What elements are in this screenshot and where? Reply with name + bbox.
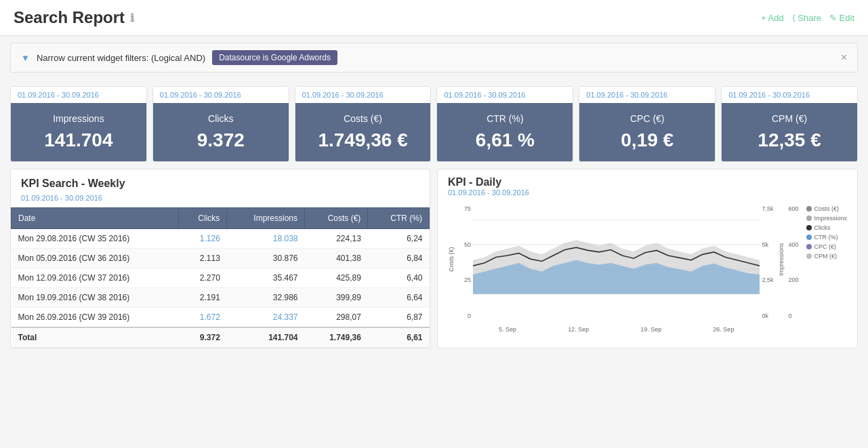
table-cell-0-2: 18.038 — [227, 229, 305, 249]
legend-dot — [806, 235, 812, 240]
y-axis-right-label: Impressions — [778, 202, 785, 317]
legend-dot — [806, 244, 812, 249]
y-left-label: 25 — [456, 277, 471, 283]
info-icon[interactable]: ℹ — [130, 12, 134, 24]
legend-label: CPC (€) — [814, 243, 836, 250]
chart-date: 01.09.2016 - 30.09.2016 — [448, 188, 847, 197]
kpi-card-date-5: 01.09.2016 - 30.09.2016 — [722, 87, 857, 103]
kpi-card-label-3: CTR (%) — [444, 113, 566, 124]
legend-dot — [806, 206, 812, 211]
y-right-label: 2,5k — [762, 277, 777, 283]
total-cell-1: 9.372 — [179, 327, 227, 348]
legend-label: Impressions — [814, 215, 847, 222]
kpi-card-4: 01.09.2016 - 30.09.2016 CPC (€) 0,19 € — [579, 86, 716, 162]
svg-marker-5 — [473, 260, 760, 294]
table-cell-2-2: 35.467 — [227, 268, 305, 288]
table-cell-2-3: 425,89 — [305, 268, 368, 288]
table-cell-2-4: 6,40 — [368, 268, 430, 288]
table-cell-1-1: 2.113 — [179, 249, 227, 268]
table-cell-1-2: 30.876 — [227, 249, 305, 268]
y-right-label: 7,5k — [762, 205, 777, 212]
kpi-card-date-0: 01.09.2016 - 30.09.2016 — [11, 87, 146, 103]
y-axis-left-label: Costs (€) — [448, 202, 455, 317]
legend-label: CPM (€) — [814, 253, 837, 260]
kpi-table: DateClicksImpressionsCosts (€)CTR (%) Mo… — [11, 207, 430, 348]
filter-label: Narrow current widget filters: — [37, 53, 148, 63]
table-cell-3-1: 2.191 — [179, 288, 227, 308]
add-button[interactable]: + Add — [761, 13, 784, 23]
x-label: 12. Sep — [568, 326, 589, 333]
kpi-card-label-5: CPM (€) — [728, 113, 850, 124]
table-row-4: Mon 26.09.2016 (CW 39 2016)1.67224.33729… — [12, 308, 430, 328]
chart-svg — [473, 202, 760, 324]
total-cell-3: 1.749,36 — [305, 327, 368, 348]
table-cell-2-1: 2.270 — [179, 268, 227, 288]
table-cell-1-0: Mon 05.09.2016 (CW 36 2016) — [12, 249, 179, 268]
table-date: 01.09.2016 - 30.09.2016 — [11, 192, 430, 207]
table-cell-0-3: 224,13 — [305, 229, 368, 249]
kpi-table-panel: KPI Search - Weekly 01.09.2016 - 30.09.2… — [10, 169, 430, 348]
table-cell-3-3: 399,89 — [305, 288, 368, 308]
table-row-1: Mon 05.09.2016 (CW 36 2016)2.11330.87640… — [12, 249, 430, 268]
main-content: KPI Search - Weekly 01.09.2016 - 30.09.2… — [0, 169, 868, 359]
chart-title: KPI - Daily — [448, 176, 847, 188]
total-cell-0: Total — [12, 327, 179, 348]
table-row-0: Mon 29.08.2016 (CW 35 2016)1.12618.03822… — [12, 229, 430, 249]
table-total-row: Total9.372141.7041.749,366,61 — [12, 327, 430, 348]
kpi-card-value-2: 1.749,36 € — [302, 129, 424, 151]
kpi-card-value-1: 9.372 — [160, 129, 282, 151]
table-cell-4-0: Mon 26.09.2016 (CW 39 2016) — [12, 308, 179, 328]
legend-dot — [806, 216, 812, 221]
chart-area: KPI - Daily 01.09.2016 - 30.09.2016 Cost… — [438, 169, 857, 340]
y-left-label: 50 — [456, 241, 471, 248]
y-right2-label: 0 — [788, 312, 803, 319]
legend-dot — [806, 225, 812, 230]
chart-legend: Costs (€)ImpressionsClicksCTR (%)CPC (€)… — [803, 202, 847, 333]
table-title: KPI Search - Weekly — [11, 169, 430, 192]
kpi-cards: 01.09.2016 - 30.09.2016 Impressions 141.… — [10, 86, 858, 162]
table-row-2: Mon 12.09.2016 (CW 37 2016)2.27035.46742… — [12, 268, 430, 288]
total-cell-4: 6,61 — [368, 327, 430, 348]
edit-button[interactable]: ✎ Edit — [829, 13, 854, 23]
page-header: Search Report ℹ + Add ⟨ Share ✎ Edit — [0, 0, 868, 36]
y-right2-label: 400 — [788, 241, 803, 248]
kpi-card-date-4: 01.09.2016 - 30.09.2016 — [579, 87, 715, 103]
y-left-label: 75 — [456, 205, 471, 212]
y-right-label: 0k — [762, 312, 777, 319]
filter-description: Narrow current widget filters: (Logical … — [37, 53, 205, 63]
table-cell-0-1: 1.126 — [179, 229, 227, 249]
kpi-card-body-4: CPC (€) 0,19 € — [579, 103, 715, 161]
kpi-card-label-1: Clicks — [160, 113, 282, 124]
kpi-card-body-0: Impressions 141.704 — [11, 103, 146, 161]
filter-icon: ▼ — [21, 53, 30, 63]
kpi-chart-panel: KPI - Daily 01.09.2016 - 30.09.2016 Cost… — [437, 169, 858, 348]
col-header-ctr----: CTR (%) — [368, 208, 430, 229]
table-cell-2-0: Mon 12.09.2016 (CW 37 2016) — [12, 268, 179, 288]
kpi-card-label-4: CPC (€) — [586, 113, 708, 124]
legend-entry: CPM (€) — [806, 253, 847, 260]
table-cell-4-2: 24.337 — [227, 308, 305, 328]
kpi-card-value-0: 141.704 — [18, 129, 140, 151]
y-right-label: 5k — [762, 241, 777, 248]
kpi-card-label-2: Costs (€) — [302, 113, 424, 124]
y-right2-label: 200 — [788, 277, 803, 283]
close-filter-button[interactable]: × — [841, 52, 847, 64]
table-cell-0-4: 6,24 — [368, 229, 430, 249]
table-cell-4-3: 298,07 — [305, 308, 368, 328]
col-header-date: Date — [12, 208, 179, 229]
table-cell-4-4: 6,87 — [368, 308, 430, 328]
legend-label: Clicks — [814, 224, 830, 231]
filter-tag[interactable]: Datasource is Google Adwords — [212, 50, 337, 65]
table-cell-3-2: 32.986 — [227, 288, 305, 308]
kpi-card-2: 01.09.2016 - 30.09.2016 Costs (€) 1.749,… — [295, 86, 432, 162]
share-button[interactable]: ⟨ Share — [792, 13, 821, 23]
page-title: Search Report ℹ — [14, 8, 134, 27]
kpi-card-0: 01.09.2016 - 30.09.2016 Impressions 141.… — [10, 86, 147, 162]
y-left-label: 0 — [456, 312, 471, 319]
legend-entry: Impressions — [806, 215, 847, 222]
total-cell-2: 141.704 — [227, 327, 305, 348]
kpi-card-body-5: CPM (€) 12,35 € — [722, 103, 857, 161]
kpi-card-1: 01.09.2016 - 30.09.2016 Clicks 9.372 — [152, 86, 289, 162]
kpi-card-5: 01.09.2016 - 30.09.2016 CPM (€) 12,35 € — [721, 86, 858, 162]
table-cell-1-4: 6,84 — [368, 249, 430, 268]
